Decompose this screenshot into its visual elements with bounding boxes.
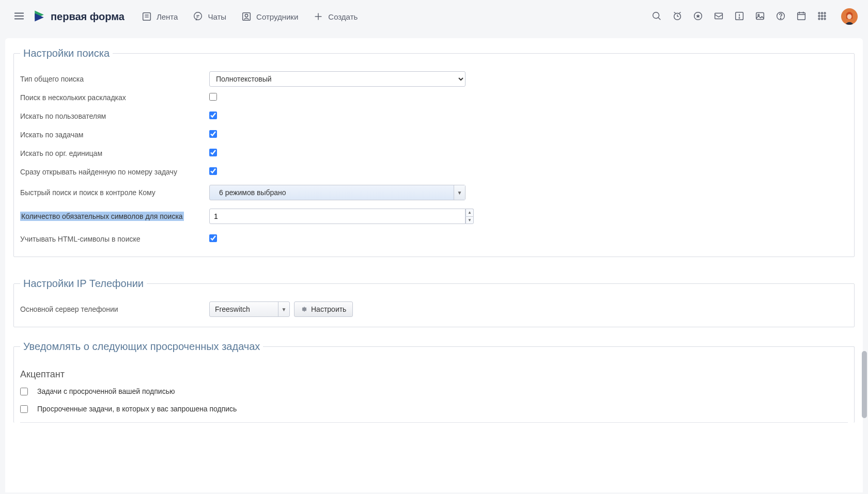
- chevron-down-icon: ▼: [454, 185, 465, 200]
- min-chars-label: Количество обязательных символов для пои…: [20, 212, 184, 221]
- svg-point-39: [818, 15, 820, 17]
- search-settings-fieldset: Настройки поиска Тип общего поиска Полно…: [13, 47, 855, 257]
- top-bar: первая форма Лента Чаты Сотрудники Созда…: [0, 0, 868, 33]
- telephony-server-value: Freeswitch: [215, 305, 250, 313]
- chevron-down-icon: ▼: [278, 302, 289, 316]
- by-orgunits-checkbox[interactable]: [209, 149, 217, 156]
- apps-icon[interactable]: [816, 10, 828, 23]
- svg-point-36: [818, 12, 820, 14]
- quick-search-value: 6 режимов выбрано: [215, 188, 286, 197]
- search-settings-legend: Настройки поиска: [20, 47, 113, 59]
- svg-point-8: [194, 12, 202, 20]
- main-nav: Лента Чаты Сотрудники Создать: [141, 11, 358, 22]
- telephony-server-label: Основной сервер телефонии: [20, 305, 209, 313]
- alarm-icon[interactable]: [672, 10, 683, 23]
- overdue-legend: Уведомлять о следующих просроченных зада…: [20, 341, 263, 353]
- spinner-down-button[interactable]: ▼: [466, 216, 474, 225]
- nav-create-label: Создать: [328, 12, 358, 21]
- svg-point-42: [818, 18, 820, 20]
- telephony-fieldset: Настройки IP Телефонии Основной сервер т…: [13, 278, 855, 327]
- telephony-legend: Настройки IP Телефонии: [20, 278, 147, 290]
- search-type-select[interactable]: Полнотекстовый: [209, 71, 466, 87]
- by-users-checkbox[interactable]: [209, 111, 217, 119]
- svg-point-46: [847, 14, 852, 19]
- scrollbar-thumb[interactable]: [862, 351, 867, 418]
- overdue-row2-checkbox[interactable]: [20, 405, 28, 413]
- help-icon[interactable]: [775, 10, 786, 23]
- html-symbols-label: Учитывать HTML-символы в поиске: [20, 235, 209, 243]
- svg-point-37: [822, 12, 823, 14]
- image-icon[interactable]: [754, 10, 766, 23]
- page-content: Настройки поиска Тип общего поиска Полно…: [5, 38, 863, 492]
- svg-line-21: [679, 12, 681, 13]
- overdue-row1-checkbox[interactable]: [20, 388, 28, 395]
- nav-feed[interactable]: Лента: [141, 11, 178, 22]
- open-by-number-label: Сразу открывать найденную по номеру зада…: [20, 168, 209, 176]
- svg-marker-23: [696, 14, 700, 18]
- quick-search-multiselect[interactable]: 6 режимов выбрано ▼: [209, 185, 466, 200]
- nav-create[interactable]: Создать: [313, 11, 358, 22]
- svg-rect-32: [798, 12, 805, 20]
- svg-line-20: [674, 12, 676, 13]
- overdue-row1-label: Задачи с просроченной вашей подписью: [37, 387, 175, 395]
- svg-point-12: [245, 14, 248, 17]
- toolbar-icons: [651, 10, 828, 23]
- by-users-label: Искать по пользователям: [20, 112, 209, 120]
- svg-point-31: [780, 18, 781, 18]
- configure-button[interactable]: Настроить: [294, 301, 353, 317]
- user-avatar[interactable]: [841, 8, 858, 25]
- by-tasks-checkbox[interactable]: [209, 130, 217, 138]
- nav-chats[interactable]: Чаты: [192, 11, 226, 22]
- by-orgunits-label: Искать по орг. единицам: [20, 149, 209, 157]
- acceptor-heading: Акцептант: [20, 369, 848, 380]
- multi-layout-label: Поиск в нескольких раскладках: [20, 93, 209, 102]
- alert-icon[interactable]: [734, 10, 745, 23]
- svg-rect-24: [715, 13, 723, 19]
- overdue-fieldset: Уведомлять о следующих просроченных зада…: [13, 341, 855, 423]
- svg-point-15: [653, 12, 659, 18]
- svg-rect-5: [143, 13, 151, 21]
- nav-people[interactable]: Сотрудники: [241, 11, 298, 22]
- favorite-icon[interactable]: [692, 10, 704, 23]
- svg-point-38: [824, 12, 826, 14]
- nav-feed-label: Лента: [157, 12, 178, 21]
- svg-point-44: [824, 18, 826, 20]
- svg-line-16: [658, 18, 660, 20]
- overdue-row2-label: Просроченные задачи, в которых у вас зап…: [37, 405, 237, 413]
- search-type-label: Тип общего поиска: [20, 75, 209, 83]
- configure-button-label: Настроить: [311, 305, 346, 313]
- logo-icon: [32, 9, 47, 25]
- gear-icon: [301, 306, 308, 313]
- divider: [20, 422, 848, 423]
- menu-toggle-button[interactable]: [10, 7, 28, 26]
- inbox-icon[interactable]: [713, 10, 724, 23]
- open-by-number-checkbox[interactable]: [209, 167, 217, 175]
- svg-point-43: [822, 18, 823, 20]
- app-logo[interactable]: первая форма: [32, 9, 125, 25]
- by-tasks-label: Искать по задачам: [20, 131, 209, 139]
- svg-point-41: [824, 15, 826, 17]
- nav-chats-label: Чаты: [208, 12, 226, 21]
- quick-search-label: Быстрый поиск и поиск в контроле Кому: [20, 188, 209, 197]
- svg-point-40: [822, 15, 823, 17]
- multi-layout-checkbox[interactable]: [209, 93, 217, 101]
- telephony-server-select[interactable]: Freeswitch ▼: [209, 301, 290, 317]
- min-chars-input[interactable]: [209, 209, 466, 224]
- html-symbols-checkbox[interactable]: [209, 234, 217, 242]
- nav-people-label: Сотрудники: [256, 12, 298, 21]
- spinner-up-button[interactable]: ▲: [466, 209, 474, 216]
- search-icon[interactable]: [651, 10, 662, 23]
- svg-rect-28: [756, 12, 764, 19]
- svg-point-27: [739, 17, 739, 18]
- calendar-icon[interactable]: [796, 10, 807, 23]
- logo-text: первая форма: [51, 11, 125, 23]
